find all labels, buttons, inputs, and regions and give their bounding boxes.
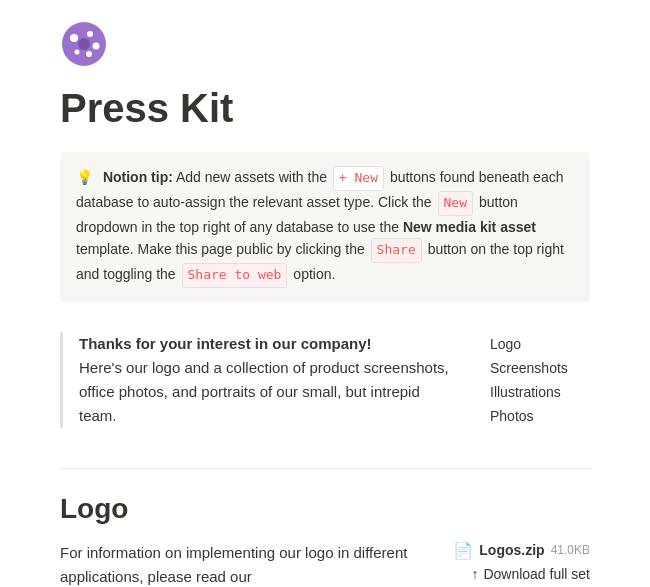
svg-point-5 xyxy=(75,50,80,55)
zip-icon: 📄 xyxy=(453,541,473,560)
download-label: Download full set xyxy=(483,566,590,582)
svg-point-2 xyxy=(87,31,93,37)
download-arrow: ↑ xyxy=(471,566,478,582)
file-name: Logos.zip xyxy=(479,542,544,558)
template-name: New media kit asset xyxy=(403,219,536,235)
nav-illustrations[interactable]: Illustrations xyxy=(490,384,590,400)
intro-bold: Thanks for your interest in our company! xyxy=(79,335,372,352)
nav-logo[interactable]: Logo xyxy=(490,336,590,352)
logo-section-title: Logo xyxy=(60,493,590,525)
svg-point-4 xyxy=(86,51,92,57)
nav-links: Logo Screenshots Illustrations Photos xyxy=(490,332,590,428)
nav-photos[interactable]: Photos xyxy=(490,408,590,424)
logo-description: For information on implementing our logo… xyxy=(60,541,590,587)
tip-box: 💡 Notion tip: Add new assets with the + … xyxy=(60,152,590,302)
tip-label: Notion tip: xyxy=(103,169,173,185)
intro-body: Here's our logo and a collection of prod… xyxy=(79,359,449,424)
logo-desc-prefix: For information on implementing our logo… xyxy=(60,544,407,585)
intro-section: Thanks for your interest in our company!… xyxy=(60,332,590,428)
svg-point-3 xyxy=(93,43,100,50)
svg-point-6 xyxy=(78,38,90,50)
share-button-inline[interactable]: Share xyxy=(371,238,422,263)
file-item[interactable]: 📄 Logos.zip 41.0KB xyxy=(430,541,590,560)
file-size: 41.0KB xyxy=(551,543,590,557)
app-icon xyxy=(60,20,108,68)
svg-point-1 xyxy=(70,34,78,42)
tip-emoji: 💡 xyxy=(76,169,93,185)
new-button[interactable]: New xyxy=(438,191,473,216)
plus-new-button[interactable]: + New xyxy=(333,166,384,191)
divider xyxy=(60,468,590,469)
nav-screenshots[interactable]: Screenshots xyxy=(490,360,590,376)
page-title: Press Kit xyxy=(60,84,590,132)
logo-text: For information on implementing our logo… xyxy=(60,541,410,587)
share-to-web-button[interactable]: Share to web xyxy=(182,263,288,288)
file-panel: 📄 Logos.zip 41.0KB ↑ Download full set xyxy=(430,541,590,582)
intro-text: Thanks for your interest in our company!… xyxy=(79,332,450,428)
download-link[interactable]: ↑ Download full set xyxy=(430,566,590,582)
logo-section: Logo For information on implementing our… xyxy=(60,493,590,587)
